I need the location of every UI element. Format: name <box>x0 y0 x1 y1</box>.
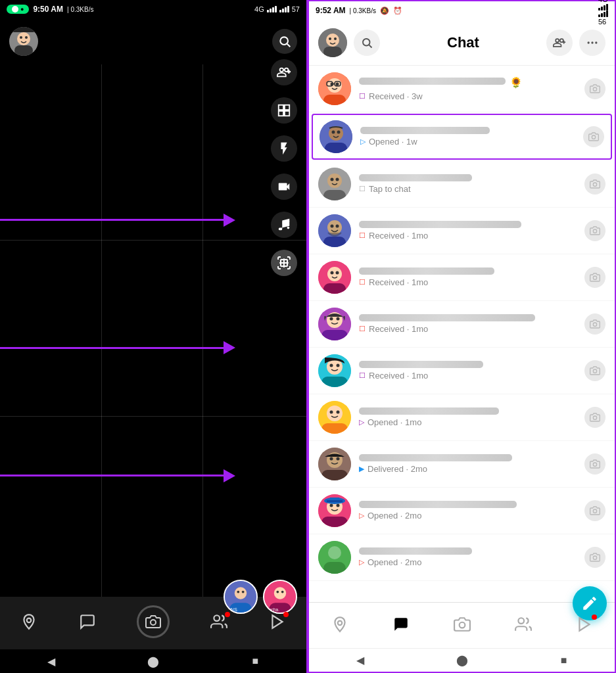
nav-camera-center[interactable] <box>137 605 170 638</box>
right-signal-bars2 <box>598 11 608 17</box>
right-home-button[interactable]: ⬤ <box>453 651 471 670</box>
chat-item-7[interactable]: ☐ Received · 1mo <box>309 348 615 394</box>
nav-chat[interactable] <box>79 613 96 630</box>
svg-point-78 <box>593 276 596 279</box>
svg-point-118 <box>518 618 524 624</box>
rnav-camera[interactable] <box>454 616 471 633</box>
camera-snap-5[interactable] <box>584 267 605 288</box>
svg-rect-2 <box>14 45 33 56</box>
chat-status-9: ▶ Delivered · 2mo <box>359 464 584 474</box>
chat-info-4: ☐ Received · 1mo <box>359 221 584 241</box>
camera-snap-11[interactable] <box>584 547 605 568</box>
svg-rect-114 <box>323 562 346 574</box>
camera-snap-9[interactable] <box>584 453 605 475</box>
svg-point-62 <box>327 174 342 188</box>
svg-point-6 <box>280 37 288 45</box>
arrow-2 <box>0 341 250 354</box>
svg-rect-48 <box>323 95 346 105</box>
received-icon-7: ☐ <box>359 371 366 380</box>
svg-point-4 <box>25 36 28 39</box>
sunflower-icon: 🌻 <box>509 76 523 89</box>
chat-avatar-3 <box>318 168 351 200</box>
left-top-bar <box>0 18 306 64</box>
svg-point-58 <box>332 131 335 134</box>
svg-point-101 <box>337 457 340 461</box>
home-button[interactable]: ⬤ <box>144 652 162 670</box>
svg-point-95 <box>337 411 340 414</box>
rnav-chat[interactable] <box>392 616 410 633</box>
camera-snap-7[interactable] <box>584 360 605 381</box>
recent-button[interactable]: ■ <box>246 652 264 670</box>
add-friend-button-right[interactable] <box>546 30 573 56</box>
left-user-avatar[interactable] <box>9 27 38 56</box>
rnav-stories-dot <box>592 615 597 620</box>
svg-rect-99 <box>321 470 348 480</box>
camera-snap-4[interactable] <box>584 220 605 241</box>
rnav-stories[interactable] <box>576 616 593 633</box>
rnav-friends[interactable] <box>515 616 532 633</box>
chat-item-6[interactable]: ☐ Received · 1mo <box>309 301 615 348</box>
chat-item-9[interactable]: ▶ Delivered · 2mo <box>309 441 615 488</box>
camera-snap-10[interactable] <box>584 500 605 521</box>
camera-snap-2[interactable] <box>583 126 604 147</box>
right-recent-button[interactable]: ■ <box>555 651 573 670</box>
chat-item-4[interactable]: ☐ Received · 1mo <box>309 208 615 254</box>
chat-status-4: ☐ Received · 1mo <box>359 231 584 241</box>
status-text-5: Received · 1mo <box>369 277 428 287</box>
story-avatar-2[interactable]: mocha. <box>263 580 297 614</box>
svg-point-116 <box>337 620 342 625</box>
chat-info-7: ☐ Received · 1mo <box>359 361 584 381</box>
svg-point-59 <box>337 131 341 134</box>
friends-notification-dot <box>225 612 230 617</box>
chat-item[interactable]: 🌻 ☐ Received · 3w <box>309 66 615 112</box>
svg-point-28 <box>281 591 284 593</box>
chat-item-highlighted[interactable]: ▷ Opened · 1w <box>312 114 612 160</box>
received-icon-5: ☐ <box>359 278 366 287</box>
chat-status-6: ☐ Received · 1mo <box>359 324 584 334</box>
svg-point-44 <box>591 41 593 43</box>
svg-marker-119 <box>579 618 589 631</box>
svg-point-84 <box>593 323 596 326</box>
camera-snap-1[interactable] <box>584 78 605 99</box>
chat-avatar-1 <box>318 72 351 105</box>
svg-point-113 <box>328 546 341 559</box>
more-options-button[interactable] <box>579 30 605 56</box>
right-back-button[interactable]: ◀ <box>351 651 369 670</box>
search-button-right[interactable] <box>354 30 380 56</box>
opened-icon-2: ▷ <box>360 137 366 146</box>
chat-status-7: ☐ Received · 1mo <box>359 371 584 381</box>
chat-item-10[interactable]: ▷ Opened · 2mo <box>309 488 615 534</box>
svg-point-37 <box>329 37 331 40</box>
chat-info-1: 🌻 ☐ Received · 3w <box>359 76 584 101</box>
story-avatar-1[interactable]: SNS <box>224 580 258 614</box>
nav-stories[interactable] <box>269 613 286 630</box>
chat-name-bar-2 <box>360 127 490 134</box>
svg-point-88 <box>330 364 333 367</box>
camera-snap-6[interactable] <box>584 313 605 335</box>
left-battery-area: 4G 57 <box>254 5 300 13</box>
chat-item-5[interactable]: ☐ Received · 1mo <box>309 254 615 301</box>
chat-avatar-9 <box>318 448 351 480</box>
chat-item-3[interactable]: ☐ Tap to chat <box>309 161 615 208</box>
search-button-left[interactable] <box>272 29 297 54</box>
camera-snap-8[interactable] <box>584 407 605 428</box>
nav-friends[interactable] <box>210 613 227 630</box>
right-time: 9:52 AM <box>316 6 346 15</box>
left-signal-bars <box>267 6 277 12</box>
toggle-pill[interactable]: ● <box>7 5 29 14</box>
svg-point-60 <box>592 135 595 139</box>
nav-map[interactable] <box>20 613 37 630</box>
rnav-map[interactable] <box>331 616 348 633</box>
svg-point-39 <box>363 39 370 46</box>
right-user-avatar[interactable] <box>318 28 347 57</box>
svg-point-3 <box>20 36 22 39</box>
chat-item-11[interactable]: ▷ Opened · 2mo <box>309 534 615 581</box>
svg-rect-93 <box>321 423 348 434</box>
svg-point-25 <box>274 587 286 599</box>
svg-point-106 <box>330 504 333 507</box>
chat-item-8[interactable]: ▷ Opened · 1mo <box>309 394 615 441</box>
camera-snap-3[interactable] <box>584 174 605 195</box>
svg-point-68 <box>327 220 342 235</box>
status-text-4: Received · 1mo <box>369 231 428 241</box>
back-button[interactable]: ◀ <box>42 652 60 670</box>
